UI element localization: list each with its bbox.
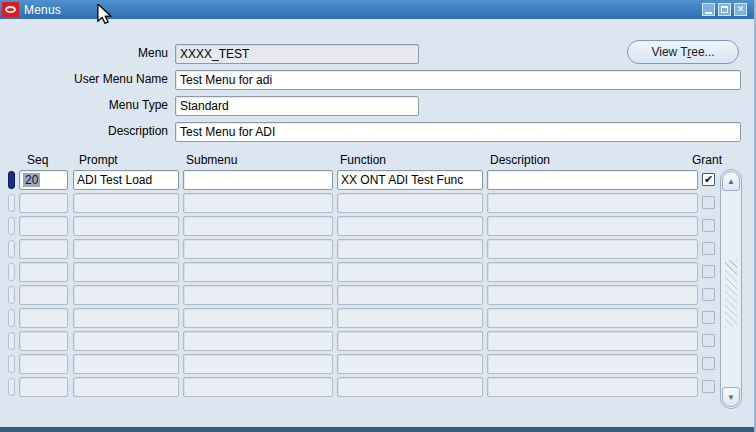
prompt-cell[interactable] [73, 354, 179, 374]
function-cell[interactable] [337, 308, 483, 328]
record-selector[interactable] [8, 171, 15, 189]
table-row [0, 377, 756, 398]
grant-checkbox[interactable]: ✔ [702, 173, 715, 186]
prompt-cell[interactable] [73, 239, 179, 259]
grant-checkbox[interactable] [702, 242, 715, 255]
maximize-button[interactable] [718, 3, 731, 16]
submenu-cell[interactable] [183, 331, 333, 351]
mouse-cursor-icon [96, 4, 114, 24]
table-row: 20 ADI Test Load XX ONT ADI Test Func ✔ [0, 170, 756, 191]
function-cell[interactable] [337, 262, 483, 282]
grant-checkbox[interactable] [702, 288, 715, 301]
record-selector[interactable] [8, 378, 15, 396]
function-cell[interactable] [337, 331, 483, 351]
record-selector[interactable] [8, 194, 15, 212]
description-field[interactable]: Test Menu for ADI [175, 122, 741, 142]
submenu-cell[interactable] [183, 262, 333, 282]
function-cell[interactable] [337, 193, 483, 213]
grant-checkbox[interactable] [702, 334, 715, 347]
function-cell[interactable] [337, 239, 483, 259]
description-cell[interactable] [487, 331, 698, 351]
description-cell[interactable] [487, 193, 698, 213]
function-cell[interactable] [337, 285, 483, 305]
seq-cell[interactable] [19, 331, 68, 351]
submenu-cell[interactable] [183, 377, 333, 397]
view-tree-button[interactable]: View Tree... [627, 40, 739, 64]
prompt-cell[interactable] [73, 285, 179, 305]
submenu-cell[interactable] [183, 308, 333, 328]
record-selector[interactable] [8, 286, 15, 304]
seq-cell[interactable] [19, 354, 68, 374]
table-scrollbar[interactable]: ▲ ▼ [720, 169, 742, 409]
seq-cell[interactable] [19, 377, 68, 397]
submenu-cell[interactable] [183, 239, 333, 259]
column-header-grant: Grant [692, 153, 722, 167]
prompt-cell[interactable] [73, 308, 179, 328]
scroll-up-button[interactable]: ▲ [722, 171, 740, 191]
prompt-cell[interactable] [73, 216, 179, 236]
prompt-cell[interactable] [73, 331, 179, 351]
minimize-button[interactable] [702, 3, 715, 16]
prompt-cell[interactable]: ADI Test Load [73, 170, 179, 190]
grant-checkbox[interactable] [702, 380, 715, 393]
record-selector[interactable] [8, 355, 15, 373]
grant-checkbox[interactable] [702, 196, 715, 209]
scroll-down-button[interactable]: ▼ [722, 387, 740, 407]
grant-checkbox[interactable] [702, 311, 715, 324]
column-header-submenu: Submenu [186, 153, 237, 167]
description-cell[interactable] [487, 216, 698, 236]
description-cell[interactable] [487, 308, 698, 328]
seq-cell[interactable] [19, 285, 68, 305]
submenu-cell[interactable] [183, 170, 333, 190]
scrollbar-track[interactable] [725, 260, 737, 327]
user-menu-name-field[interactable]: Test Menu for adi [175, 70, 741, 90]
function-cell[interactable] [337, 216, 483, 236]
submenu-cell[interactable] [183, 193, 333, 213]
record-selector[interactable] [8, 217, 15, 235]
maximize-icon [721, 6, 728, 13]
record-selector[interactable] [8, 309, 15, 327]
grant-checkbox[interactable] [702, 357, 715, 370]
seq-cell[interactable]: 20 [19, 170, 68, 190]
table-row [0, 308, 756, 329]
menu-type-label: Menu Type [0, 98, 168, 112]
seq-cell[interactable] [19, 308, 68, 328]
description-cell[interactable] [487, 239, 698, 259]
record-selector[interactable] [8, 240, 15, 258]
submenu-cell[interactable] [183, 216, 333, 236]
description-cell[interactable] [487, 354, 698, 374]
table-row [0, 239, 756, 260]
prompt-cell[interactable] [73, 262, 179, 282]
record-selector[interactable] [8, 263, 15, 281]
prompt-cell[interactable] [73, 193, 179, 213]
table-row [0, 331, 756, 352]
description-label: Description [0, 124, 168, 138]
description-cell[interactable] [487, 262, 698, 282]
seq-cell[interactable] [19, 239, 68, 259]
column-header-description: Description [490, 153, 550, 167]
grant-checkbox[interactable] [702, 265, 715, 278]
menu-type-field[interactable]: Standard [175, 96, 419, 116]
function-cell[interactable] [337, 377, 483, 397]
description-cell[interactable] [487, 170, 698, 190]
function-cell[interactable]: XX ONT ADI Test Func [337, 170, 483, 190]
description-cell[interactable] [487, 377, 698, 397]
seq-cell[interactable] [19, 262, 68, 282]
prompt-cell[interactable] [73, 377, 179, 397]
description-cell[interactable] [487, 285, 698, 305]
menus-window: Menus ✕ Menu XXXX_TEST User Menu Name Te… [0, 0, 756, 432]
window-title: Menus [24, 3, 61, 17]
menu-field[interactable]: XXXX_TEST [175, 44, 419, 64]
close-icon: ✕ [737, 5, 745, 14]
window-bottom-edge [0, 427, 754, 432]
table-row [0, 216, 756, 237]
seq-cell[interactable] [19, 193, 68, 213]
function-cell[interactable] [337, 354, 483, 374]
record-selector[interactable] [8, 332, 15, 350]
close-button[interactable]: ✕ [734, 3, 747, 16]
submenu-cell[interactable] [183, 285, 333, 305]
grant-checkbox[interactable] [702, 219, 715, 232]
seq-cell[interactable] [19, 216, 68, 236]
submenu-cell[interactable] [183, 354, 333, 374]
user-menu-name-label: User Menu Name [0, 72, 168, 86]
